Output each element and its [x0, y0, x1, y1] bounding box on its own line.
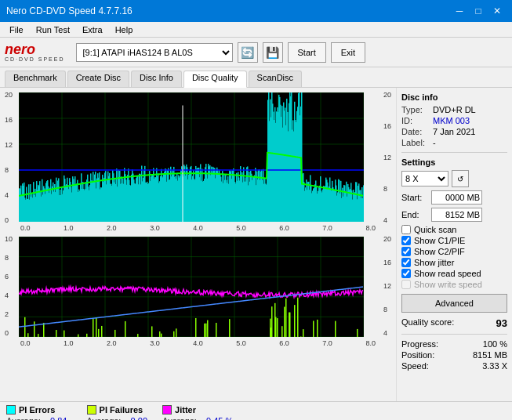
- tab-disc-info[interactable]: Disc Info: [131, 71, 182, 87]
- start-mb-input[interactable]: [431, 190, 482, 205]
- quick-scan-label: Quick scan: [414, 225, 456, 234]
- progress-label: Progress:: [401, 339, 438, 349]
- refresh-button[interactable]: 🔄: [238, 42, 258, 63]
- disc-date-value: 7 Jan 2021: [433, 127, 475, 136]
- disc-type-value: DVD+R DL: [433, 105, 476, 114]
- pi-failures-label: PI Failures: [100, 405, 143, 415]
- disc-date-row: Date: 7 Jan 2021: [401, 127, 507, 136]
- logo-sub: CD·DVD SPEED: [5, 56, 65, 62]
- menubar: File Run Test Extra Help: [0, 22, 512, 38]
- end-mb-label: End:: [401, 210, 428, 219]
- right-panel: Disc info Type: DVD+R DL ID: MKM 003 Dat…: [396, 88, 512, 401]
- pi-failures-header: PI Failures: [87, 405, 150, 415]
- y-axis-right-top: 20161284: [383, 91, 391, 224]
- bottom-stats: PI Errors Average: 0.84 Maximum: 18 Tota…: [0, 401, 512, 420]
- quick-scan-checkbox[interactable]: [401, 225, 411, 234]
- pi-failures-color: [87, 405, 96, 415]
- disc-id-label: ID:: [401, 116, 430, 125]
- divider-2: [401, 334, 507, 335]
- app-logo: nero CD·DVD SPEED: [5, 42, 65, 62]
- position-row: Position: 8151 MB: [401, 350, 507, 360]
- quality-score-label: Quality score:: [401, 317, 454, 329]
- jitter-group: Jitter Average: 9.45 % Maximum: 10.6 % P…: [162, 405, 233, 420]
- pi-errors-group: PI Errors Average: 0.84 Maximum: 18 Tota…: [6, 405, 74, 420]
- start-mb-row: Start:: [401, 190, 507, 205]
- quick-scan-row: Quick scan: [401, 225, 507, 234]
- tab-scandisc[interactable]: ScanDisc: [249, 71, 302, 87]
- y-axis-left-bottom: 1086420: [5, 235, 13, 337]
- pi-errors-color: [6, 405, 16, 415]
- jitter-label: Jitter: [175, 405, 196, 415]
- pi-failures-group: PI Failures Average: 0.00 Maximum: 3 Tot…: [87, 405, 150, 420]
- tab-benchmark[interactable]: Benchmark: [5, 71, 66, 87]
- disc-id-row: ID: MKM 003: [401, 116, 507, 125]
- show-write-speed-row: Show write speed: [401, 280, 507, 289]
- show-c2pif-checkbox[interactable]: [401, 247, 411, 256]
- speed-selector[interactable]: 8 XMax1 X2 X4 X16 X: [401, 171, 448, 186]
- show-write-speed-label: Show write speed: [414, 280, 482, 289]
- tab-disc-quality[interactable]: Disc Quality: [183, 71, 247, 88]
- end-mb-input[interactable]: [431, 208, 482, 222]
- minimize-button[interactable]: ─: [451, 2, 468, 20]
- disc-label-row: Label: -: [401, 138, 507, 147]
- pi-failures-avg-value: 0.00: [131, 416, 147, 420]
- show-jitter-label: Show jitter: [414, 258, 454, 267]
- show-c1pie-row: Show C1/PIE: [401, 236, 507, 245]
- speed-label: Speed:: [401, 361, 429, 371]
- menu-extra[interactable]: Extra: [76, 24, 109, 36]
- speed-row: 8 XMax1 X2 X4 X16 X ↺: [401, 170, 507, 187]
- advanced-button[interactable]: Advanced: [401, 294, 507, 313]
- disc-label-label: Label:: [401, 138, 430, 147]
- main-content: 201612840 20161284 0.01.02.03.04.05.06.0…: [0, 88, 512, 401]
- chart-bottom-canvas: [19, 237, 364, 337]
- exit-button[interactable]: Exit: [331, 42, 365, 63]
- show-read-speed-row: Show read speed: [401, 269, 507, 278]
- disc-info-title: Disc info: [401, 92, 507, 102]
- start-mb-label: Start:: [401, 193, 428, 202]
- speed-value: 3.33 X: [482, 361, 507, 371]
- save-button[interactable]: 💾: [263, 42, 283, 63]
- window-controls: ─ □ ✕: [451, 2, 506, 20]
- tab-bar: Benchmark Create Disc Disc Info Disc Qua…: [0, 67, 512, 88]
- pi-errors-avg-value: 0.84: [50, 416, 67, 420]
- x-axis-bottom: 0.01.02.03.04.05.06.07.08.0: [3, 339, 393, 347]
- show-c2pif-row: Show C2/PIF: [401, 247, 507, 256]
- disc-date-label: Date:: [401, 127, 430, 136]
- x-axis-top: 0.01.02.03.04.05.06.07.08.0: [3, 224, 393, 232]
- maximize-button[interactable]: □: [470, 2, 487, 20]
- start-button[interactable]: Start: [288, 42, 326, 63]
- pi-errors-label: PI Errors: [19, 405, 55, 415]
- chart-area: 201612840 20161284 0.01.02.03.04.05.06.0…: [0, 88, 396, 401]
- show-write-speed-checkbox[interactable]: [401, 280, 411, 289]
- progress-value: 100 %: [483, 339, 507, 349]
- quality-score-value: 93: [496, 317, 507, 329]
- toolbar: nero CD·DVD SPEED [9:1] ATAPI iHAS124 B …: [0, 38, 512, 67]
- disc-type-row: Type: DVD+R DL: [401, 105, 507, 114]
- menu-help[interactable]: Help: [109, 24, 140, 36]
- show-c1pie-label: Show C1/PIE: [414, 236, 465, 245]
- drive-selector[interactable]: [9:1] ATAPI iHAS124 B AL0S: [76, 43, 233, 62]
- show-read-speed-checkbox[interactable]: [401, 269, 411, 278]
- tab-create-disc[interactable]: Create Disc: [67, 71, 129, 87]
- position-label: Position:: [401, 350, 434, 360]
- quality-score-row: Quality score: 93: [401, 317, 507, 329]
- show-jitter-checkbox[interactable]: [401, 258, 411, 267]
- show-jitter-row: Show jitter: [401, 258, 507, 267]
- speed-refresh-button[interactable]: ↺: [452, 170, 469, 187]
- end-mb-row: End:: [401, 208, 507, 222]
- jitter-avg: Average: 9.45 %: [162, 416, 233, 420]
- disc-id-value: MKM 003: [433, 116, 470, 125]
- pi-failures-avg: Average: 0.00: [87, 416, 150, 420]
- show-c1pie-checkbox[interactable]: [401, 236, 411, 245]
- y-axis-right-bottom: 20161284: [383, 235, 391, 337]
- speed-row-progress: Speed: 3.33 X: [401, 361, 507, 371]
- pi-errors-avg: Average: 0.84: [6, 416, 74, 420]
- window-title: Nero CD-DVD Speed 4.7.7.16: [6, 5, 133, 16]
- menu-runtest[interactable]: Run Test: [30, 24, 76, 36]
- menu-file[interactable]: File: [3, 24, 30, 36]
- close-button[interactable]: ✕: [488, 2, 506, 20]
- pi-failures-avg-label: Average:: [87, 416, 128, 420]
- show-c2pif-label: Show C2/PIF: [414, 247, 465, 256]
- jitter-avg-label: Average:: [162, 416, 203, 420]
- divider-1: [401, 152, 507, 153]
